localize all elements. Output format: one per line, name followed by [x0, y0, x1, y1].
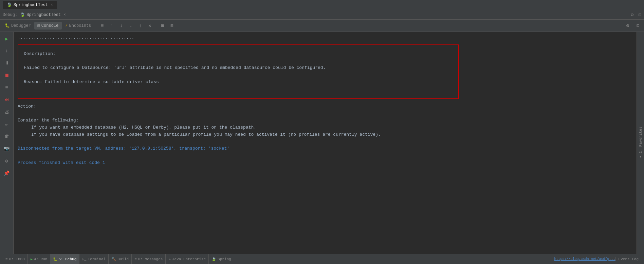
java-label: Java Enterprise — [172, 257, 206, 261]
spring-icon: 🍃 — [211, 257, 216, 261]
blank-3 — [24, 86, 453, 93]
todo-label: 6: TODO — [9, 257, 25, 261]
toolbar-down2-btn[interactable]: ↓ — [126, 21, 135, 31]
main-layout: ▶ ↓ ⏸ ⏹ ≡ ⏭ 🖨 ✏ 🗑 📷 ⚙ 📌 ................… — [0, 32, 644, 254]
status-url[interactable]: https://blog.csdn.net/asdfg... — [554, 257, 615, 261]
run-status-icon: ▶ — [31, 257, 33, 261]
toolbar-up-btn[interactable]: ↑ — [107, 21, 116, 31]
camera-icon: 📷 — [4, 146, 10, 152]
stop-icon: ⏹ — [4, 73, 9, 78]
process-finished-line: Process finished with exit code 1 — [18, 159, 632, 167]
error-box: Description: Failed to configure a DataS… — [18, 44, 459, 99]
gear-icon: ⚙ — [5, 158, 8, 164]
status-spring[interactable]: 🍃 Spring — [209, 254, 234, 264]
step-over-button[interactable]: ↓ — [1, 45, 12, 56]
run-label: 4: Run — [34, 257, 48, 261]
status-messages[interactable]: ≡ 0: Messages — [132, 254, 166, 264]
consider-line: Consider the following: — [18, 117, 632, 124]
status-build[interactable]: 🔨 Build — [109, 254, 132, 264]
debug-label: Debug: — [3, 13, 17, 17]
blank-5 — [18, 138, 632, 146]
rerun-button[interactable]: ≡ — [1, 82, 12, 93]
print-button[interactable]: 🖨 — [1, 107, 12, 117]
pause-button[interactable]: ⏸ — [1, 58, 12, 69]
endpoints-tab-icon: ⚡ — [65, 23, 68, 28]
tab-debugger[interactable]: 🐛 Debugger — [1, 22, 34, 30]
blank-2 — [24, 72, 453, 79]
star-icon: ★ — [638, 155, 643, 159]
toolbar-separator-2 — [156, 22, 156, 29]
debug-status-icon: 🐛 — [53, 257, 57, 261]
status-todo[interactable]: ≡ 6: TODO — [3, 254, 28, 264]
layout-icon: ⊡ — [639, 12, 641, 18]
blank-1 — [24, 58, 453, 65]
stop-button[interactable]: ⏹ — [1, 70, 12, 81]
build-label: Build — [117, 257, 129, 261]
if-line-1: If you want an embedded database (H2, HS… — [18, 124, 632, 131]
toolbar-grid2-btn[interactable]: ⊟ — [167, 21, 177, 31]
disconnect-line: Disconnected from the target VM, address… — [18, 145, 632, 152]
favorites-text: 2: Favorites — [639, 127, 643, 153]
if-line-2: If you have database settings to be load… — [18, 131, 632, 138]
right-sidebar: ★ 2: Favorites — [637, 32, 644, 254]
status-debug[interactable]: 🐛 5: Debug — [50, 254, 79, 264]
debug-close-icon[interactable]: × — [63, 13, 66, 17]
pin-button[interactable]: 📌 — [1, 168, 12, 178]
edit-button[interactable]: ✏ — [1, 119, 12, 130]
console-dots: ........................................… — [18, 35, 632, 42]
tab-icon: 🍃 — [7, 2, 12, 7]
status-bar: ≡ 6: TODO ▶ 4: Run 🐛 5: Debug ▷_ Termina… — [0, 254, 644, 264]
debug-session[interactable]: 🍃 SpringbootTest × — [20, 12, 66, 17]
terminal-label: Terminal — [88, 257, 106, 261]
delete-icon: 🗑 — [4, 134, 9, 139]
main-tab[interactable]: 🍃 SpringbootTest × — [3, 1, 57, 9]
tab-close-icon[interactable]: × — [51, 3, 53, 7]
settings-icon: ⚙ — [631, 12, 633, 18]
console-area[interactable]: ........................................… — [14, 32, 637, 254]
status-terminal[interactable]: ▷_ Terminal — [79, 254, 109, 264]
edit-icon: ✏ — [5, 121, 8, 127]
delete-button[interactable]: 🗑 — [1, 131, 12, 142]
debugger-tab-label: Debugger — [11, 23, 31, 28]
favorites-label[interactable]: ★ 2: Favorites — [638, 127, 643, 159]
toolbar-down-btn[interactable]: ↓ — [116, 21, 126, 31]
step-into-icon: ⏭ — [4, 97, 9, 102]
print-icon: 🖨 — [4, 109, 9, 115]
toolbar-grid-btn[interactable]: ⊞ — [158, 21, 167, 31]
menu-icon: ≡ — [101, 23, 104, 29]
pin-icon: 📌 — [4, 170, 10, 176]
status-run[interactable]: ▶ 4: Run — [28, 254, 51, 264]
status-event-log[interactable]: Event Log — [615, 257, 641, 261]
camera-button[interactable]: 📷 — [1, 143, 12, 154]
toolbar: 🐛 Debugger ▤ Console ⚡ Endpoints ≡ ↑ ↓ ↓… — [0, 20, 644, 32]
layout-button[interactable]: ⊡ — [633, 21, 643, 31]
status-java-enterprise[interactable]: ☕ Java Enterprise — [166, 254, 209, 264]
toolbar-close-btn[interactable]: ✕ — [145, 21, 154, 31]
console-tab-icon: ▤ — [38, 23, 40, 28]
reason-line: Reason: Failed to determine a suitable d… — [24, 79, 453, 86]
action-label: Action: — [18, 103, 632, 110]
debug-session-label: SpringbootTest — [26, 13, 61, 17]
run-resume-button[interactable]: ▶ — [1, 33, 12, 44]
debug-label-status: 5: Debug — [58, 257, 76, 261]
tab-console[interactable]: ▤ Console — [34, 22, 62, 30]
settings-button[interactable]: ⚙ — [623, 21, 632, 31]
toolbar-right: ⚙ ⊡ — [623, 21, 643, 31]
toolbar-menu-btn[interactable]: ≡ — [97, 21, 107, 31]
blank-4 — [18, 110, 632, 117]
left-sidebar: ▶ ↓ ⏸ ⏹ ≡ ⏭ 🖨 ✏ 🗑 📷 ⚙ 📌 — [0, 32, 14, 254]
java-icon: ☕ — [168, 257, 171, 261]
debug-settings-button[interactable]: ⚙ ⊡ — [631, 12, 641, 18]
error-main-line: Failed to configure a DataSource: 'url' … — [24, 64, 453, 72]
settings-icon-right: ⚙ — [626, 23, 629, 29]
tab-endpoints[interactable]: ⚡ Endpoints — [62, 22, 94, 30]
step-down-icon: ↓ — [5, 48, 8, 54]
step-into-button[interactable]: ⏭ — [1, 94, 12, 105]
up-icon: ↑ — [110, 23, 113, 29]
description-label: Description: — [24, 51, 453, 58]
event-log-label: Event Log — [619, 257, 639, 261]
todo-icon: ≡ — [5, 257, 8, 261]
gear-button[interactable]: ⚙ — [1, 155, 12, 166]
messages-icon: ≡ — [134, 257, 137, 261]
toolbar-up2-btn[interactable]: ↑ — [135, 21, 145, 31]
